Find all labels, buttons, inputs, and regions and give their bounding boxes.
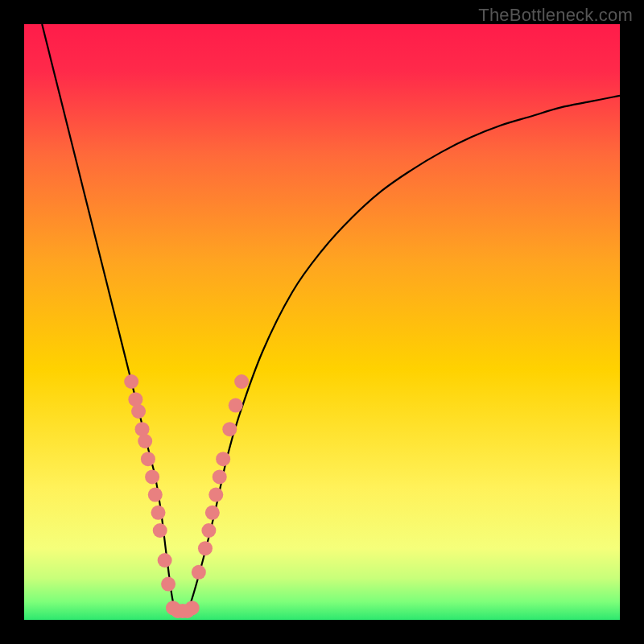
data-point <box>208 488 223 502</box>
data-point <box>148 488 163 502</box>
data-point <box>229 398 243 413</box>
data-point <box>131 404 146 419</box>
plot-background <box>24 24 620 620</box>
data-point <box>192 565 206 580</box>
data-point <box>141 452 155 466</box>
bottleneck-chart <box>0 0 644 644</box>
data-point <box>153 523 167 538</box>
data-point <box>145 469 159 484</box>
data-point <box>201 523 216 538</box>
data-point <box>205 506 220 520</box>
data-point <box>124 374 138 389</box>
data-point <box>161 577 175 592</box>
chart-frame: TheBottleneck.com <box>0 0 644 644</box>
data-point <box>185 601 200 615</box>
data-point <box>216 452 230 466</box>
data-point <box>234 374 249 389</box>
data-point <box>198 541 213 555</box>
data-point <box>213 469 227 484</box>
data-point <box>222 422 237 436</box>
data-point <box>138 434 152 448</box>
data-point <box>158 553 172 568</box>
watermark-text: TheBottleneck.com <box>478 5 633 26</box>
data-point <box>151 506 166 520</box>
